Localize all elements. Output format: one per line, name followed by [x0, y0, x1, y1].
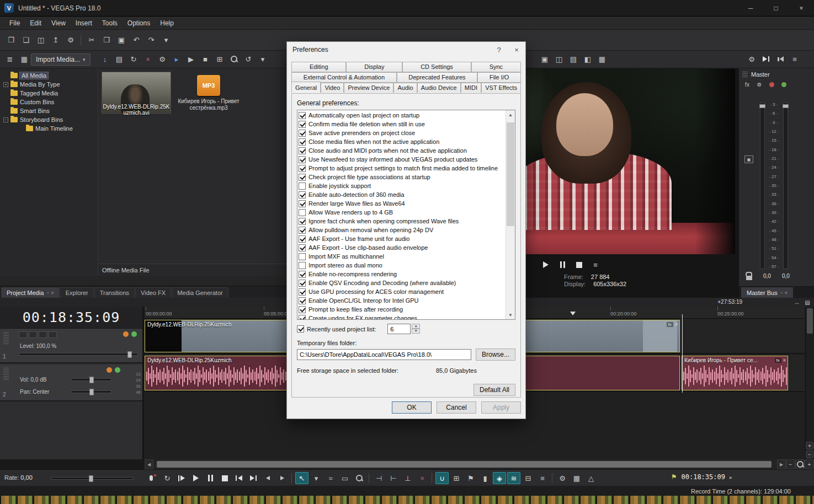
preference-option[interactable]: Save active prerenders on project close [299, 128, 505, 137]
master-solo-button[interactable] [779, 80, 789, 89]
external-control-button[interactable]: ▦ [570, 472, 583, 484]
checkbox[interactable] [299, 191, 306, 199]
undo-button[interactable]: ↶ [130, 34, 143, 46]
track-header-2[interactable]: Vol: 0,0 dB Pan: Center 12:24:36:48: 2 [0, 364, 142, 401]
tree-item[interactable]: Custom Bins [0, 98, 98, 106]
tree-expander-icon[interactable]: − [3, 117, 8, 122]
drag-grip-icon[interactable] [3, 332, 9, 344]
pref-tab[interactable]: Sync [471, 62, 521, 72]
edit-tool-dropdown[interactable]: ▾ [310, 472, 323, 484]
zoom-in-button[interactable]: + [805, 459, 814, 469]
ruler-marker-icon[interactable] [570, 312, 576, 315]
separator[interactable] [79, 34, 83, 46]
preference-option[interactable]: Automatically open last project on start… [299, 111, 505, 120]
maximize-button[interactable]: □ [763, 0, 789, 16]
pause-button[interactable] [204, 472, 217, 484]
views-dropdown[interactable]: ▾ [256, 53, 269, 65]
float-icon[interactable]: ▫ [781, 290, 783, 296]
preference-option[interactable]: Close media files when not the active ap… [299, 137, 505, 146]
preference-option[interactable]: Use Newsfeed to stay informed about VEGA… [299, 155, 505, 164]
menu-item[interactable]: File [4, 18, 25, 29]
media-views-button[interactable]: ⊞ [213, 53, 226, 65]
dock-tab[interactable]: Video FX ▫× [135, 287, 171, 298]
redo-button[interactable]: ↷ [145, 34, 158, 46]
grid-overlay-button[interactable]: ▦ [595, 53, 609, 65]
timeline-vertical-scrollbar[interactable] [805, 307, 814, 459]
tree-expander-icon[interactable] [3, 73, 8, 78]
docking-menu-button[interactable]: ≣ [3, 53, 17, 65]
search-media-button[interactable] [227, 53, 241, 65]
auto-crossfades-button[interactable]: ◈ [493, 472, 506, 484]
ok-button[interactable]: OK [392, 401, 432, 414]
checkbox[interactable] [299, 315, 306, 320]
checkbox[interactable] [299, 244, 306, 251]
new-project-button[interactable]: ❐ [4, 34, 18, 46]
checkbox[interactable] [299, 112, 306, 119]
spin-down-button[interactable]: ▼ [412, 329, 420, 334]
preference-option[interactable]: Prompt to adjust project settings to mat… [299, 164, 505, 173]
video-output-settings-button[interactable]: ▤ [567, 53, 580, 65]
master-fader-right[interactable] [783, 103, 788, 269]
pref-tab[interactable]: Deprecated Features [397, 72, 478, 83]
event-fx-icon[interactable]: fx [775, 358, 781, 363]
checkbox[interactable] [299, 121, 306, 128]
zoom-out-button[interactable]: − [786, 459, 795, 469]
preview-stop-button[interactable]: ■ [199, 53, 212, 65]
menu-item[interactable]: Edit [25, 18, 46, 29]
insert-marker-button[interactable]: ⚑ [464, 472, 477, 484]
envelope-edit-tool-button[interactable]: ≈ [324, 472, 337, 484]
checkbox[interactable] [299, 174, 306, 181]
preference-option[interactable]: Enable OpenCL/GL Interop for Intel GPU [299, 296, 505, 305]
close-button[interactable]: × [789, 0, 814, 16]
flag-icon[interactable]: ⚑ [671, 473, 677, 481]
tree-item[interactable]: All Media [0, 71, 98, 80]
mixer-layout-button[interactable]: ≡ [788, 53, 801, 65]
temp-folder-input[interactable] [297, 349, 471, 360]
preference-option[interactable]: AAF Export - Use clip-based audio envelo… [299, 243, 505, 252]
preference-option[interactable]: Prompt to keep files after recording [299, 305, 505, 314]
scroll-down-icon[interactable]: ▼ [506, 310, 515, 319]
checkbox[interactable] [299, 218, 306, 225]
metronome-button[interactable]: △ [584, 472, 598, 484]
drag-grip-icon[interactable] [3, 368, 9, 380]
previous-frame-button[interactable] [261, 472, 274, 484]
cancel-button[interactable]: Cancel [437, 401, 476, 414]
tree-item[interactable]: − Storyboard Bins [0, 115, 98, 124]
pref-tab[interactable]: Video [321, 83, 344, 93]
dock-tab[interactable]: Transitions ▫× [94, 287, 135, 298]
record-button[interactable] [146, 472, 159, 484]
track-monitor-icon[interactable] [115, 367, 120, 373]
tree-expander-icon[interactable] [19, 126, 24, 131]
media-item-audio[interactable]: MP3 Кибирев Игорь - Привет сестрёнка.mp3 [174, 72, 243, 124]
save-project-button[interactable]: ◫ [34, 34, 47, 46]
normal-edit-tool-button[interactable]: ↖ [295, 472, 308, 484]
zoom-edit-tool-button[interactable] [353, 472, 366, 484]
preference-option[interactable]: Check project file type associations at … [299, 173, 505, 181]
snapping-button[interactable]: ∪ [435, 472, 449, 484]
checkbox[interactable] [299, 306, 306, 313]
copy-snapshot-button[interactable]: ▣ [538, 53, 551, 65]
checkbox[interactable] [299, 271, 306, 278]
event-menu-icon[interactable]: ≡ [783, 357, 786, 363]
transport-time-display[interactable]: 00:18:35:09 [681, 473, 725, 481]
preference-option[interactable]: Use GPU processing for ACES color manage… [299, 287, 505, 296]
preference-option[interactable]: Render large Wave files as Wave64 [299, 199, 505, 208]
checkbox[interactable] [299, 183, 306, 190]
stop-button[interactable] [218, 472, 231, 484]
split-button[interactable]: ⊥ [401, 472, 414, 484]
preview-stop-button[interactable] [572, 259, 586, 271]
loop-playback-button[interactable]: ↻ [161, 472, 174, 484]
preference-option[interactable]: Import MXF as multichannel [299, 252, 505, 261]
checkbox[interactable] [299, 262, 306, 269]
pref-tab[interactable]: Audio [393, 83, 417, 93]
track-automation-button[interactable] [49, 331, 57, 338]
track-level-slider[interactable] [19, 353, 138, 356]
checkbox[interactable] [299, 200, 306, 207]
audio-event-clip-2[interactable]: Кибирев Игорь - Привет се... fx ≡ [682, 356, 788, 390]
preview-autoplay-button[interactable]: ▸ [170, 53, 183, 65]
checkbox[interactable] [299, 227, 306, 234]
remove-media-button[interactable]: × [141, 53, 155, 65]
pref-tab[interactable]: MIDI [461, 83, 481, 93]
cut-button[interactable]: ✂ [85, 34, 98, 46]
split-screen-view-button[interactable]: ◧ [581, 53, 594, 65]
